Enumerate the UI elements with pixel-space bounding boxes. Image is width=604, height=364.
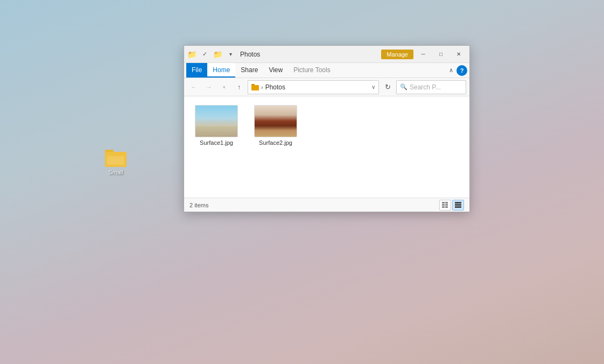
view-details-button[interactable] [439,200,451,211]
path-arrow: › [261,84,263,90]
svg-rect-6 [455,202,461,204]
desktop: Small 📁 ✓ 📁 ▾ Photos Manage ─ □ ✕ File [0,0,604,364]
qat-arrow-btn[interactable]: ▾ [225,49,236,60]
status-bar: 2 items [184,198,469,212]
desktop-folder-icon[interactable]: Small [100,150,132,176]
svg-rect-0 [442,202,445,204]
help-button[interactable]: ? [456,65,467,76]
tab-picture-tools[interactable]: Picture Tools [288,63,335,78]
svg-rect-4 [445,204,448,206]
file-item-surface1[interactable]: Surface1.jpg [195,105,238,146]
explorer-window: 📁 ✓ 📁 ▾ Photos Manage ─ □ ✕ File Home Sh [184,45,470,212]
file-item-surface2[interactable]: Surface2.jpg [254,105,297,146]
maximize-button[interactable]: □ [432,47,450,62]
qat-folder-btn[interactable]: 📁 [186,49,197,60]
address-path: Photos [265,83,285,91]
desktop-icon-label: Small [108,169,123,176]
tab-share[interactable]: Share [235,63,263,78]
svg-rect-2 [442,206,445,208]
status-count: 2 items [189,202,208,208]
svg-rect-8 [455,206,461,208]
search-icon: 🔍 [400,83,408,90]
ribbon-tabs: File Home Share View Picture Tools ∧ ? [184,63,469,78]
file-area: Surface1.jpg Surface2.jpg [184,96,469,198]
svg-rect-5 [445,206,448,208]
address-box[interactable]: › Photos ∨ [248,80,379,94]
minimize-button[interactable]: ─ [415,47,432,62]
svg-rect-3 [445,202,448,204]
title-bar: 📁 ✓ 📁 ▾ Photos Manage ─ □ ✕ [184,46,469,63]
qat-folder2-btn[interactable]: 📁 [212,49,223,60]
folder-icon-shape [105,150,127,167]
thumbnail-surface2 [254,105,297,137]
up-button[interactable]: ↑ [233,81,245,94]
qat-check-btn[interactable]: ✓ [199,49,210,60]
window-title: Photos [240,51,260,58]
view-buttons [439,200,464,211]
ribbon-collapse-btn[interactable]: ∧ [446,65,456,76]
svg-rect-1 [442,204,445,206]
address-bar: ← → ▾ ↑ › Photos ∨ ↻ 🔍 Search P... [184,78,469,96]
close-button[interactable]: ✕ [450,47,467,62]
tab-file[interactable]: File [186,63,207,78]
refresh-button[interactable]: ↻ [381,81,394,94]
address-dropdown-icon: ∨ [371,84,375,90]
address-folder-icon [251,84,259,90]
thumbnail-image-surface2 [255,106,297,137]
thumbnail-surface1 [195,105,238,137]
back-button[interactable]: ← [187,81,200,94]
forward-button[interactable]: → [202,81,215,94]
search-placeholder: Search P... [410,83,441,91]
search-box[interactable]: 🔍 Search P... [396,80,466,94]
file-name-surface1: Surface1.jpg [200,139,233,146]
tiles-view-icon [455,202,461,208]
file-name-surface2: Surface2.jpg [259,139,292,146]
tab-home[interactable]: Home [207,63,235,78]
manage-button[interactable]: Manage [381,50,413,59]
details-view-icon [442,202,448,208]
tab-view[interactable]: View [263,63,288,78]
view-tiles-button[interactable] [452,200,464,211]
recent-locations-button[interactable]: ▾ [217,81,230,94]
window-controls: ─ □ ✕ [415,47,467,62]
title-bar-left: 📁 ✓ 📁 ▾ Photos [186,49,381,60]
thumbnail-image-surface1 [195,106,237,137]
svg-rect-7 [455,204,461,206]
